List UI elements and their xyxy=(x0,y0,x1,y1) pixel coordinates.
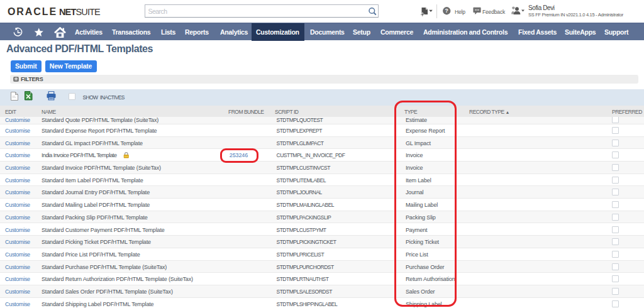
svg-text:?: ? xyxy=(445,8,448,14)
